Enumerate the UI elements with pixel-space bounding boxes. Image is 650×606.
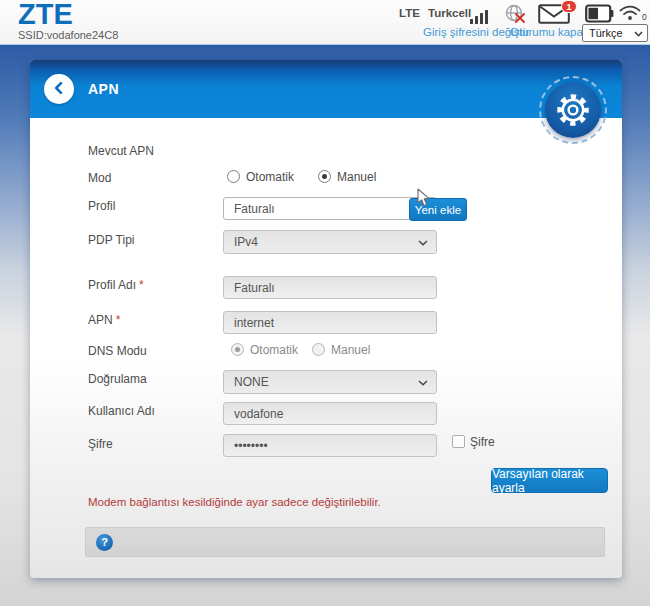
wifi-icon	[618, 4, 642, 26]
auth-select[interactable]: NONE	[223, 370, 437, 394]
apn-settings-panel: APN Mevcut APN Mod Otomatik Manuel Profi…	[30, 60, 622, 578]
username-input[interactable]	[223, 402, 437, 425]
mode-manual-radio[interactable]	[318, 170, 331, 183]
gear-icon[interactable]	[545, 82, 601, 138]
mode-label: Mod	[88, 171, 111, 185]
password-label: Şifre	[88, 437, 113, 451]
required-asterisk: *	[116, 313, 121, 327]
warning-text: Modem bağlantısı kesildiğinde ayar sadec…	[88, 496, 381, 508]
dns-auto-label: Otomatik	[250, 343, 298, 357]
apn-label: APN*	[88, 313, 120, 327]
chevron-down-icon	[634, 27, 643, 39]
current-apn-label: Mevcut APN	[88, 144, 154, 158]
set-default-button[interactable]: Varsayılan olarak ayarla	[491, 468, 608, 493]
mode-auto-radio[interactable]	[227, 170, 240, 183]
profile-selected-value: Faturalı	[234, 202, 418, 216]
show-password-label: Şifre	[470, 435, 495, 449]
carrier-label: Turkcell	[428, 7, 471, 19]
dns-auto-radio[interactable]	[231, 343, 244, 356]
profile-label: Profil	[88, 199, 115, 213]
profile-name-label: Profil Adı*	[88, 278, 144, 292]
help-bar: ?	[85, 527, 605, 557]
password-input[interactable]	[223, 434, 437, 457]
router-admin-page: ZTE SSID:vodafone24C8 LTE Turkcell	[0, 0, 650, 606]
profile-name-input[interactable]	[223, 276, 437, 299]
pdp-type-selected-value: IPv4	[234, 235, 418, 249]
language-select[interactable]: Türkçe	[582, 24, 648, 42]
profile-select[interactable]: Faturalı	[223, 197, 437, 220]
zte-logo: ZTE	[18, 0, 73, 31]
logout-link[interactable]: Oturumu kapat	[510, 26, 586, 38]
language-selected-value: Türkçe	[589, 27, 634, 39]
internet-disconnected-icon	[504, 4, 528, 28]
top-status-bar: ZTE SSID:vodafone24C8 LTE Turkcell	[0, 0, 650, 45]
mode-auto-label: Otomatik	[246, 170, 294, 184]
auth-label: Doğrulama	[88, 372, 147, 386]
dns-mode-label: DNS Modu	[88, 344, 147, 358]
auth-selected-value: NONE	[234, 375, 418, 389]
mouse-cursor	[417, 188, 430, 211]
page-title: APN	[88, 81, 119, 97]
message-count-badge: 1	[561, 0, 577, 13]
panel-header: APN	[30, 60, 622, 118]
required-asterisk: *	[139, 278, 144, 292]
signal-strength-icon	[470, 8, 490, 24]
dns-manual-radio[interactable]	[312, 343, 325, 356]
chevron-left-icon	[53, 80, 65, 98]
show-password-checkbox[interactable]	[452, 435, 465, 448]
chevron-down-icon	[418, 235, 428, 249]
help-icon[interactable]: ?	[96, 534, 113, 551]
chevron-down-icon	[418, 375, 428, 389]
back-button[interactable]	[44, 74, 74, 104]
settings-gear-ring	[539, 76, 607, 144]
username-label: Kullanıcı Adı	[88, 404, 155, 418]
dns-manual-label: Manuel	[331, 343, 370, 357]
ssid-label: SSID:vodafone24C8	[18, 29, 118, 41]
pdp-type-label: PDP Tipi	[88, 233, 134, 247]
network-tech-label: LTE	[399, 7, 420, 19]
wifi-client-count: 0	[642, 12, 647, 22]
mode-manual-label: Manuel	[337, 170, 376, 184]
apn-input[interactable]	[223, 311, 437, 334]
pdp-type-select[interactable]: IPv4	[223, 230, 437, 254]
